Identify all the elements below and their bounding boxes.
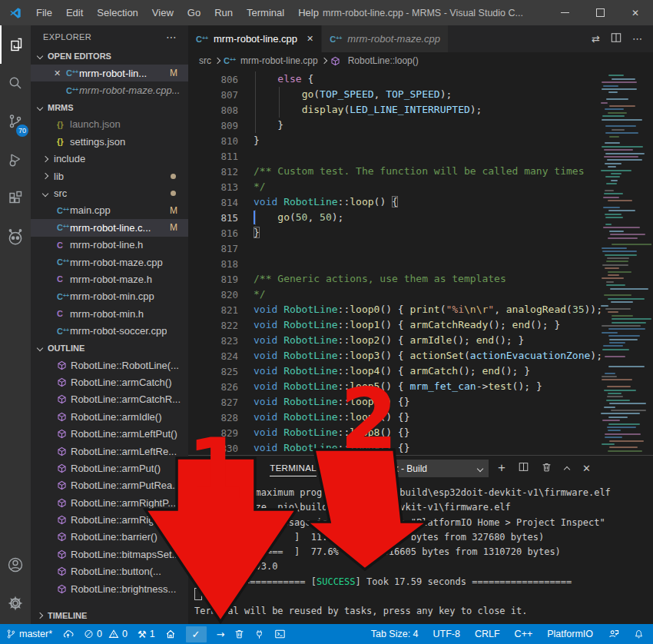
outline-item[interactable]: RobotLine::armLeftPut() [31,425,188,442]
outline-item[interactable]: RobotLine::armPut() [31,460,188,476]
outline-item[interactable]: RobotLine::brightness... [31,580,188,597]
activitybar-explorer[interactable] [0,25,32,64]
menu-file[interactable]: File [29,4,59,22]
outline-item[interactable]: RobotLine::button(... [31,563,188,580]
editor-more-actions-icon[interactable]: ⋯ [632,33,642,45]
tree-item-mrm-robot-min-cpp[interactable]: C++mrm-robot-min.cpp [31,288,188,305]
settings-button[interactable] [0,584,31,622]
breadcrumb-file[interactable]: mrm-robot-line.cpp [240,55,318,66]
outline-item[interactable]: RobotLine::armLeftRe... [31,443,188,460]
git-branch-item[interactable]: master* [6,629,52,639]
platformio-item[interactable]: PlatformIO [547,629,593,639]
outline-item[interactable]: RobotLine::armCatchR... [31,391,188,408]
code-line-815[interactable]: 815 go(50, 50); [188,210,653,225]
outline-section-header[interactable]: OUTLINE [31,340,188,357]
code-line-822[interactable]: 822void RobotLine::loop1() { armCatchRea… [188,317,653,333]
tab-terminal[interactable]: TERMINAL [270,460,317,476]
encoding-item[interactable]: UTF-8 [433,629,460,639]
pio-clean-button[interactable] [234,629,244,639]
terminal-output[interactable]: Retrieving maximum program size .pio\bui… [188,480,653,625]
tab-size-item[interactable]: Tab Size: 4 [371,629,419,639]
code-line-810[interactable]: 810} [188,133,653,148]
code-line-821[interactable]: 821void RobotLine::loop0() { print("%i\n… [188,302,653,317]
terminal-task-select[interactable]: Task - Build [373,460,489,477]
code-line-814[interactable]: 814void RobotLine::loop() { [188,194,653,210]
tree-item-mrm-robot-min-h[interactable]: Cmrm-robot-min.h [31,305,188,322]
explorer-more-actions-icon[interactable]: ⋯ [166,31,177,43]
menu-terminal[interactable]: Terminal [240,4,291,22]
breadcrumb-symbol[interactable]: RobotLine::loop() [348,55,419,66]
tab-close-icon[interactable]: ✕ [307,34,313,44]
eol-item[interactable]: CRLF [475,629,500,639]
outline-item[interactable]: RobotLine::armRightR... [31,511,188,528]
close-panel-icon[interactable]: ✕ [582,463,591,474]
tree-item-mrm-robot-maze-cpp[interactable]: C++mrm-robot-maze.cpp [31,254,188,271]
maximize-panel-icon[interactable] [564,466,570,472]
minimize-button[interactable] [547,0,582,25]
tab-mrm-robot-line[interactable]: C++ mrm-robot-line.cpp ✕ [188,25,322,52]
pio-build-button[interactable]: ✓ [186,626,207,642]
timeline-section-header[interactable]: TIMELINE [31,607,188,624]
tree-item-main-cpp[interactable]: C++main.cppM [31,202,188,219]
split-editor-icon[interactable] [611,32,622,45]
code-line-809[interactable]: 809 } [188,118,653,133]
tree-item-lib[interactable]: lib [31,168,188,184]
window-close-button[interactable]: ✕ [618,0,653,25]
pio-upload-button[interactable]: → [217,629,225,640]
outline-item[interactable]: RobotLine::armRightP... [31,494,188,511]
activitybar-extensions[interactable] [0,179,31,217]
open-editors-header[interactable]: OPEN EDITORS [31,48,188,65]
code-line-828[interactable]: 828void RobotLine::loop7() {} [188,410,653,425]
new-terminal-icon[interactable]: + [498,460,505,476]
tree-item-mrm-robot-maze-h[interactable]: Cmrm-robot-maze.h [31,271,188,287]
code-line-823[interactable]: 823void RobotLine::loop2() { armIdle(); … [188,333,653,348]
outline-item[interactable]: RobotLine::RobotLine(... [31,357,188,373]
tree-item-mrm-robot-line-c-[interactable]: C++mrm-robot-line.c...M [31,219,188,236]
feedback-button[interactable] [608,629,619,639]
sync-changes-button[interactable] [62,629,74,639]
tab-problems[interactable]: PROBLEMS [204,460,254,476]
activitybar-platformio[interactable] [0,217,31,256]
outline-item[interactable]: RobotLine::armIdle() [31,408,188,425]
menu-view[interactable]: View [145,4,181,22]
close-icon[interactable]: ✕ [54,68,66,78]
tree-item-launch-json[interactable]: {}launch.json [31,116,188,133]
notifications-button[interactable] [634,629,644,639]
code-line-829[interactable]: 829void RobotLine::loop8() {} [188,425,653,440]
activitybar-run-debug[interactable] [0,141,31,179]
code-line-816[interactable]: 816} [188,225,653,241]
open-editor-item[interactable]: C++mrm-robot-maze.cpp... [31,81,188,98]
serial-monitor-button[interactable] [254,629,264,640]
code-line-812[interactable]: 812/** Custom test. The function will be… [188,164,653,179]
pio-home-button[interactable] [165,629,176,639]
code-line-813[interactable]: 813*/ [188,179,653,194]
language-item[interactable]: C++ [515,629,533,639]
open-editor-item[interactable]: ✕C++mrm-robot-lin...M [31,65,188,81]
activitybar-source-control[interactable]: 70 [0,102,31,141]
tree-item-include[interactable]: include [31,151,188,168]
outline-item[interactable]: RobotLine::barrier() [31,529,188,546]
activitybar-search[interactable] [0,64,31,102]
minimap[interactable] [601,71,651,454]
code-line-807[interactable]: 807 go(TOP_SPEED, TOP_SPEED); [188,87,653,102]
split-terminal-icon[interactable] [519,462,529,474]
outline-item[interactable]: RobotLine::bitmapsSet... [31,546,188,563]
code-line-806[interactable]: 806 else { [188,71,653,87]
tasks-item[interactable]: ⚒ 1 [138,629,155,640]
tree-item-settings-json[interactable]: {}settings.json [31,133,188,150]
open-changes-icon[interactable]: ⇄ [592,33,600,45]
code-line-830[interactable]: 830void RobotLine::loop9() {} [188,440,653,456]
tab-mrm-robot-maze[interactable]: C++ mrm-robot-maze.cpp [322,25,449,52]
project-section-header[interactable]: MRMS [31,99,188,116]
menu-go[interactable]: Go [181,4,207,22]
code-line-819[interactable]: 819/** Generic actions, use them as temp… [188,271,653,287]
menu-run[interactable]: Run [207,4,240,22]
code-line-808[interactable]: 808 display(LED_LINE_INTERRUPTED); [188,102,653,118]
account-button[interactable] [0,546,31,584]
breadcrumb-folder[interactable]: src [199,55,211,66]
outline-item[interactable]: RobotLine::armCatch() [31,373,188,390]
code-editor[interactable]: 806 else {807 go(TOP_SPEED, TOP_SPEED);8… [188,69,653,455]
new-terminal-button[interactable] [274,629,286,639]
code-line-824[interactable]: 824void RobotLine::loop3() { actionSet(a… [188,348,653,363]
code-line-811[interactable]: 811 [188,148,653,164]
